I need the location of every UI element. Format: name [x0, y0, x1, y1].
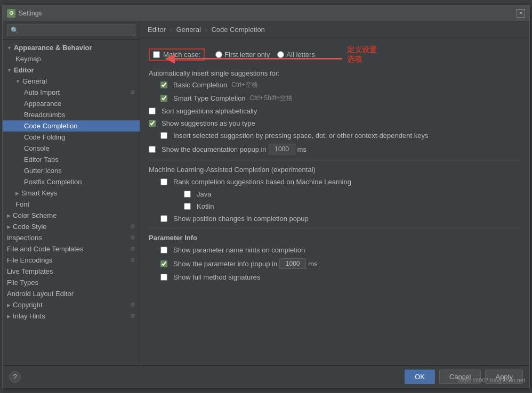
smart-completion-row: Smart Type Completion Ctrl+Shift+空格: [149, 94, 521, 103]
help-button[interactable]: ?: [9, 371, 21, 383]
show-full-sigs-checkbox[interactable]: [160, 274, 167, 281]
match-case-row: Match case: First letter only All letter…: [149, 45, 521, 64]
first-letter-text: First letter only: [224, 51, 270, 59]
expand-arrow: ▶: [7, 314, 11, 319]
basic-completion-row: Basic Completion Ctrl+空格: [149, 80, 521, 89]
sidebar-label: File Types: [7, 279, 38, 286]
show-param-popup-checkbox[interactable]: [160, 260, 167, 267]
smart-completion-shortcut: Ctrl+Shift+空格: [250, 94, 293, 103]
doc-popup-ms-input[interactable]: [269, 144, 295, 154]
config-icon: ⚙: [130, 89, 135, 96]
sidebar-item-breadcrumbs[interactable]: Breadcrumbs: [3, 109, 140, 120]
kotlin-label: Kotlin: [197, 202, 214, 210]
sidebar-item-code-folding[interactable]: Code Folding: [3, 132, 140, 143]
sidebar-item-inspections[interactable]: Inspections ⚙: [3, 232, 140, 243]
first-letter-radio[interactable]: [215, 51, 222, 58]
sort-alpha-checkbox[interactable]: [149, 108, 156, 114]
show-position-checkbox[interactable]: [160, 215, 167, 222]
divider-2: [149, 228, 521, 228]
sidebar-label: Console: [24, 144, 50, 152]
show-param-hints-checkbox[interactable]: [160, 247, 167, 253]
sidebar-item-color-scheme[interactable]: ▶ Color Scheme: [3, 210, 140, 221]
sidebar-item-console[interactable]: Console: [3, 143, 140, 154]
sort-alpha-row: Sort suggestions alphabetically: [149, 107, 521, 115]
sidebar-item-smart-keys[interactable]: ▶ Smart Keys: [3, 187, 140, 199]
sidebar-item-editor-tabs[interactable]: Editor Tabs: [3, 154, 140, 165]
insert-selected-checkbox[interactable]: [160, 132, 167, 139]
show-doc-popup-checkbox[interactable]: [149, 146, 156, 153]
show-param-hints-row: Show parameter name hints on completion: [149, 246, 521, 254]
sidebar-item-auto-import[interactable]: Auto Import ⚙: [3, 87, 140, 98]
show-full-sigs-label: Show full method signatures: [173, 273, 260, 281]
right-panel: Editor › General › Code Completion Match…: [140, 21, 529, 365]
param-popup-unit: ms: [308, 260, 317, 268]
sidebar-item-appearance-behavior[interactable]: ▼ Appearance & Behavior: [3, 42, 140, 53]
close-button[interactable]: ✕: [517, 9, 525, 18]
match-case-checkbox[interactable]: [153, 51, 160, 58]
sidebar-item-postfix-completion[interactable]: Postfix Completion: [3, 176, 140, 187]
sidebar-label: File Encodings: [7, 256, 52, 264]
sidebar-item-general[interactable]: ▼ General: [3, 76, 140, 87]
sidebar-label: Code Folding: [24, 133, 65, 141]
param-info-title: Parameter Info: [149, 234, 521, 242]
sidebar-label: Gutter Icons: [24, 167, 62, 175]
sidebar-item-font[interactable]: Font: [3, 199, 140, 210]
expand-arrow: ▼: [7, 45, 12, 51]
breadcrumb-code-completion: Code Completion: [211, 26, 264, 34]
expand-arrow: ▶: [15, 191, 19, 196]
all-letters-radio[interactable]: [277, 51, 284, 58]
title-bar: ⚙ Settings ✕: [3, 5, 529, 21]
bottom-bar: ? OK Cancel Apply: [3, 365, 529, 388]
config-icon: ⚙: [130, 301, 135, 308]
sidebar-item-gutter-icons[interactable]: Gutter Icons: [3, 165, 140, 176]
param-popup-ms-input[interactable]: [279, 258, 306, 269]
settings-window: ⚙ Settings ✕ ▼ Appearance & Behavior Key…: [2, 5, 530, 388]
cancel-button[interactable]: Cancel: [439, 370, 481, 384]
java-checkbox[interactable]: [184, 191, 191, 198]
sidebar-label: General: [22, 77, 47, 85]
insert-selected-label: Insert selected suggestion by pressing s…: [173, 132, 428, 140]
ok-button[interactable]: OK: [405, 370, 435, 384]
sidebar-item-android-layout-editor[interactable]: Android Layout Editor: [3, 288, 140, 299]
ml-section-title: Machine Learning-Assisted Completion (ex…: [149, 166, 521, 174]
first-letter-radio-label[interactable]: First letter only: [215, 51, 270, 59]
sidebar-label: Copyright: [13, 301, 43, 309]
match-case-label[interactable]: Match case:: [163, 51, 200, 59]
smart-completion-checkbox[interactable]: [160, 95, 167, 102]
sidebar-item-file-types[interactable]: File Types: [3, 277, 140, 288]
breadcrumb: Editor › General › Code Completion: [140, 21, 529, 38]
config-icon: ⚙: [130, 257, 135, 264]
sidebar-item-appearance[interactable]: Appearance: [3, 98, 140, 109]
expand-arrow: ▶: [7, 302, 11, 308]
sidebar-item-copyright[interactable]: ▶ Copyright ⚙: [3, 299, 140, 310]
sidebar-item-keymap[interactable]: Keymap: [3, 53, 140, 64]
sidebar-item-inlay-hints[interactable]: ▶ Inlay Hints ⚙: [3, 310, 140, 322]
sidebar-item-file-code-templates[interactable]: File and Code Templates ⚙: [3, 243, 140, 255]
sidebar-label: Smart Keys: [21, 189, 57, 197]
sidebar-label: Font: [15, 200, 29, 208]
sidebar-label: Appearance & Behavior: [14, 44, 92, 52]
sidebar-item-code-style[interactable]: ▶ Code Style ⚙: [3, 221, 140, 232]
expand-arrow: ▼: [15, 79, 20, 84]
sidebar-label: Editor Tabs: [24, 155, 59, 163]
search-input[interactable]: [7, 24, 135, 36]
sidebar-label: Android Layout Editor: [7, 290, 74, 298]
auto-insert-section: Automatically insert single suggestions …: [149, 69, 521, 103]
apply-button[interactable]: Apply: [485, 370, 523, 384]
all-letters-text: All letters: [286, 51, 315, 59]
show-as-type-checkbox[interactable]: [149, 120, 156, 127]
auto-insert-title: Automatically insert single suggestions …: [149, 69, 521, 77]
sidebar-item-code-completion[interactable]: Code Completion: [3, 120, 140, 132]
kotlin-checkbox[interactable]: [184, 203, 191, 210]
basic-completion-checkbox[interactable]: [160, 81, 167, 88]
sidebar-label: Auto Import: [24, 88, 60, 96]
all-letters-radio-label[interactable]: All letters: [277, 51, 315, 59]
app-icon: ⚙: [7, 9, 15, 18]
sidebar-label: Code Style: [13, 223, 47, 231]
basic-completion-label: Basic Completion: [173, 81, 227, 89]
show-as-type-label: Show suggestions as you type: [162, 119, 255, 127]
sidebar-item-editor[interactable]: ▼ Editor: [3, 64, 140, 76]
rank-ml-checkbox[interactable]: [160, 178, 167, 185]
sidebar-item-file-encodings[interactable]: File Encodings ⚙: [3, 255, 140, 266]
sidebar-item-live-templates[interactable]: Live Templates: [3, 266, 140, 277]
